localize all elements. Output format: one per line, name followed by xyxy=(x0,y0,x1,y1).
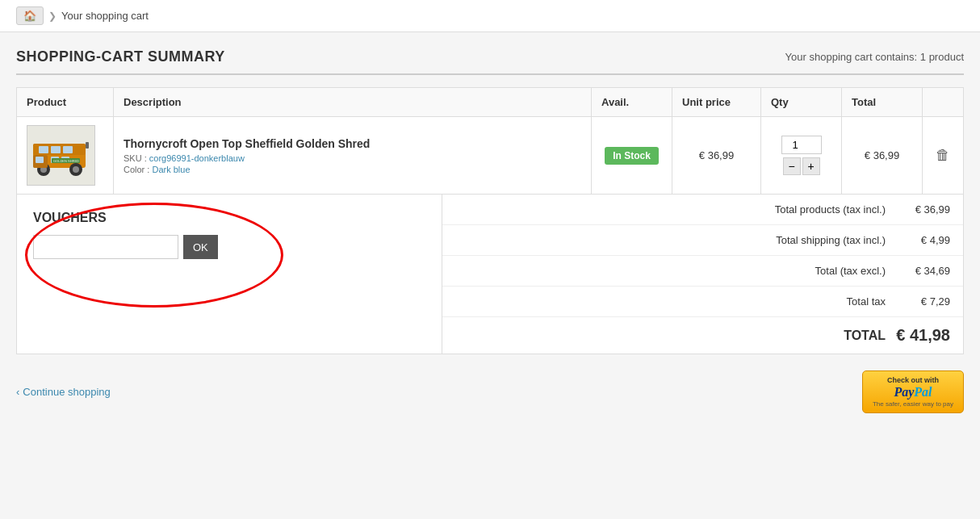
voucher-ok-button[interactable]: OK xyxy=(183,235,218,259)
delete-cell: 🗑 xyxy=(923,117,964,195)
voucher-title: VOUCHERS xyxy=(33,211,425,225)
qty-buttons: − + xyxy=(783,157,820,175)
summary-label-products: Total products (tax incl.) xyxy=(455,203,886,216)
col-header-description: Description xyxy=(114,88,592,117)
svg-rect-3 xyxy=(51,146,61,153)
summary-row-products: Total products (tax incl.) € 36,99 xyxy=(442,195,963,225)
summary-row-tax: Total tax € 7,29 xyxy=(442,287,963,317)
svg-rect-13 xyxy=(86,142,89,149)
svg-point-10 xyxy=(73,166,79,173)
summary-value-shipping: € 4,99 xyxy=(886,234,950,246)
qty-decrease-button[interactable]: − xyxy=(783,157,801,175)
page-title: SHOPPING-CART SUMMARY xyxy=(16,48,225,65)
availability-cell: In Stock xyxy=(592,117,672,195)
voucher-input-row: OK xyxy=(33,235,425,259)
total-cell: € 36,99 xyxy=(842,117,923,195)
col-header-delete xyxy=(923,88,964,117)
table-header-row: Product Description Avail. Unit price Qt… xyxy=(17,88,964,117)
summary-label-excl-tax: Total (tax excl.) xyxy=(455,265,886,277)
summary-row-shipping: Total shipping (tax incl.) € 4,99 xyxy=(442,225,963,256)
qty-cell: − + xyxy=(761,117,842,195)
summary-value-excl-tax: € 34,69 xyxy=(886,265,950,277)
summary-label-total: TOTAL xyxy=(455,329,886,343)
col-header-total: Total xyxy=(842,88,923,117)
qty-input[interactable] xyxy=(781,136,822,154)
paypal-logo: PayPal xyxy=(894,385,932,400)
product-image-cell: GOLDEN SHRED xyxy=(17,117,114,195)
product-sku: SKU : corg96991-donkerblauw xyxy=(124,153,581,163)
breadcrumb-current: Your shopping cart xyxy=(61,10,149,22)
page-header: SHOPPING-CART SUMMARY Your shopping cart… xyxy=(16,48,964,75)
svg-rect-12 xyxy=(36,157,44,163)
svg-rect-2 xyxy=(39,146,48,153)
color-value[interactable]: Dark blue xyxy=(152,165,190,174)
svg-rect-4 xyxy=(63,146,73,153)
product-image: GOLDEN SHRED xyxy=(27,125,95,186)
breadcrumb-bar: 🏠 ❯ Your shopping cart xyxy=(0,0,980,32)
product-color: Color : Dark blue xyxy=(124,165,581,174)
qty-wrapper: − + xyxy=(771,136,831,175)
summary-value-tax: € 7,29 xyxy=(886,295,950,308)
cart-count: Your shopping cart contains: 1 product xyxy=(785,51,964,63)
voucher-section: VOUCHERS OK xyxy=(17,195,442,354)
svg-text:GOLDEN SHRED: GOLDEN SHRED xyxy=(53,159,79,163)
col-header-availability: Avail. xyxy=(592,88,672,117)
footer-area: ‹ Continue shopping Check out with PayPa… xyxy=(16,354,964,421)
voucher-input[interactable] xyxy=(33,235,178,259)
product-image-svg: GOLDEN SHRED xyxy=(29,128,94,184)
in-stock-badge: In Stock xyxy=(605,147,659,165)
continue-shopping-link[interactable]: ‹ Continue shopping xyxy=(16,386,111,398)
unit-price-cell: € 36,99 xyxy=(672,117,761,195)
bottom-section: VOUCHERS OK Total products (tax incl.) €… xyxy=(16,195,964,354)
col-header-product: Product xyxy=(17,88,114,117)
sku-label: SKU : xyxy=(124,153,147,163)
product-description-cell: Thornycroft Open Top Sheffield Golden Sh… xyxy=(114,117,592,195)
col-header-unit-price: Unit price xyxy=(672,88,761,117)
summary-label-tax: Total tax xyxy=(455,295,886,308)
page-wrapper: 🏠 ❯ Your shopping cart SHOPPING-CART SUM… xyxy=(0,0,980,519)
col-header-qty: Qty xyxy=(761,88,842,117)
paypal-checkout-text: Check out with xyxy=(887,376,939,384)
product-name: Thornycroft Open Top Sheffield Golden Sh… xyxy=(124,137,581,150)
summary-value-total: € 41,98 xyxy=(886,326,950,345)
paypal-checkout-button[interactable]: Check out with PayPal The safer, easier … xyxy=(862,370,964,413)
summary-section: Total products (tax incl.) € 36,99 Total… xyxy=(442,195,963,354)
continue-arrow-icon: ‹ xyxy=(16,386,19,398)
summary-label-shipping: Total shipping (tax incl.) xyxy=(455,234,886,246)
sku-value[interactable]: corg96991-donkerblauw xyxy=(149,153,245,163)
qty-increase-button[interactable]: + xyxy=(802,157,820,175)
table-row: GOLDEN SHRED Thornycroft Open Top Sheffi… xyxy=(17,117,964,195)
breadcrumb-arrow: ❯ xyxy=(48,10,57,22)
continue-shopping-label: Continue shopping xyxy=(23,386,110,398)
total-price: € 36,99 xyxy=(865,149,899,161)
home-button[interactable]: 🏠 xyxy=(16,6,44,25)
paypal-tagline: The safer, easier way to pay xyxy=(873,400,953,408)
main-content: SHOPPING-CART SUMMARY Your shopping cart… xyxy=(0,32,980,437)
summary-value-products: € 36,99 xyxy=(886,203,950,216)
unit-price: € 36,99 xyxy=(699,149,734,161)
cart-table: Product Description Avail. Unit price Qt… xyxy=(16,87,964,195)
summary-row-total: TOTAL € 41,98 xyxy=(442,317,963,354)
color-label: Color : xyxy=(124,165,149,174)
summary-row-excl-tax: Total (tax excl.) € 34,69 xyxy=(442,256,963,287)
delete-button[interactable]: 🗑 xyxy=(932,144,953,167)
